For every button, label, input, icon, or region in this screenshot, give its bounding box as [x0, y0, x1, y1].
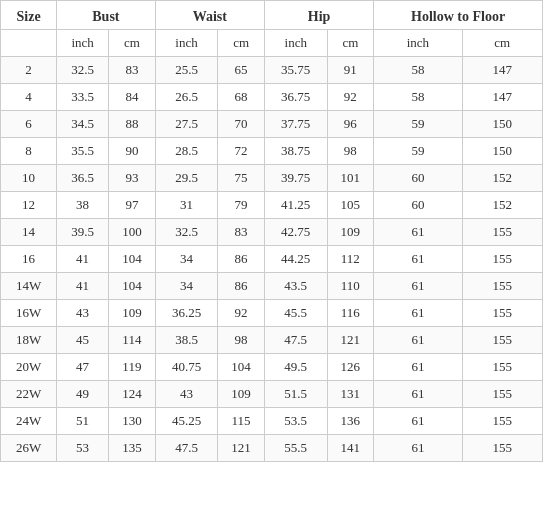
table-cell: 88 — [109, 111, 156, 138]
table-cell: 32.5 — [155, 219, 218, 246]
table-cell: 39.5 — [57, 219, 109, 246]
size-chart-container: Size Bust Waist Hip Hollow to Floor inch… — [0, 0, 543, 462]
table-cell: 150 — [462, 138, 542, 165]
table-cell: 45.25 — [155, 408, 218, 435]
table-cell: 124 — [109, 381, 156, 408]
table-cell: 55.5 — [264, 435, 327, 462]
table-cell: 92 — [327, 84, 374, 111]
table-cell: 86 — [218, 273, 265, 300]
table-cell: 6 — [1, 111, 57, 138]
subheader-bust-inch: inch — [57, 30, 109, 57]
table-cell: 61 — [374, 381, 462, 408]
table-cell: 34 — [155, 273, 218, 300]
table-cell: 47.5 — [264, 327, 327, 354]
table-cell: 18W — [1, 327, 57, 354]
table-row: 835.59028.57238.759859150 — [1, 138, 543, 165]
table-cell: 4 — [1, 84, 57, 111]
table-cell: 97 — [109, 192, 156, 219]
table-cell: 90 — [109, 138, 156, 165]
table-cell: 104 — [109, 273, 156, 300]
table-cell: 141 — [327, 435, 374, 462]
table-cell: 152 — [462, 165, 542, 192]
table-cell: 37.75 — [264, 111, 327, 138]
table-cell: 155 — [462, 273, 542, 300]
table-cell: 36.75 — [264, 84, 327, 111]
table-cell: 36.25 — [155, 300, 218, 327]
table-cell: 43 — [155, 381, 218, 408]
table-cell: 60 — [374, 165, 462, 192]
table-cell: 114 — [109, 327, 156, 354]
table-row: 26W5313547.512155.514161155 — [1, 435, 543, 462]
table-cell: 38.5 — [155, 327, 218, 354]
subheader-size — [1, 30, 57, 57]
size-chart-table: Size Bust Waist Hip Hollow to Floor inch… — [0, 0, 543, 462]
table-cell: 38 — [57, 192, 109, 219]
table-cell: 61 — [374, 435, 462, 462]
table-body: 232.58325.56535.759158147433.58426.56836… — [1, 57, 543, 462]
table-row: 634.58827.57037.759659150 — [1, 111, 543, 138]
table-cell: 109 — [327, 219, 374, 246]
table-cell: 26W — [1, 435, 57, 462]
table-row: 20W4711940.7510449.512661155 — [1, 354, 543, 381]
table-cell: 98 — [327, 138, 374, 165]
table-cell: 104 — [218, 354, 265, 381]
table-cell: 91 — [327, 57, 374, 84]
table-cell: 130 — [109, 408, 156, 435]
table-cell: 51 — [57, 408, 109, 435]
table-cell: 93 — [109, 165, 156, 192]
table-cell: 26.5 — [155, 84, 218, 111]
subheader-hip-inch: inch — [264, 30, 327, 57]
header-waist: Waist — [155, 1, 264, 30]
table-cell: 83 — [109, 57, 156, 84]
table-cell: 22W — [1, 381, 57, 408]
table-cell: 12 — [1, 192, 57, 219]
table-cell: 2 — [1, 57, 57, 84]
table-cell: 10 — [1, 165, 57, 192]
table-cell: 32.5 — [57, 57, 109, 84]
subheader-htf-cm: cm — [462, 30, 542, 57]
table-cell: 27.5 — [155, 111, 218, 138]
subheader-hip-cm: cm — [327, 30, 374, 57]
table-cell: 109 — [218, 381, 265, 408]
table-cell: 59 — [374, 111, 462, 138]
table-cell: 47.5 — [155, 435, 218, 462]
table-cell: 72 — [218, 138, 265, 165]
table-cell: 147 — [462, 84, 542, 111]
header-bust: Bust — [57, 1, 156, 30]
table-cell: 61 — [374, 219, 462, 246]
table-cell: 25.5 — [155, 57, 218, 84]
table-cell: 86 — [218, 246, 265, 273]
table-cell: 98 — [218, 327, 265, 354]
table-cell: 40.75 — [155, 354, 218, 381]
table-cell: 14 — [1, 219, 57, 246]
table-row: 1439.510032.58342.7510961155 — [1, 219, 543, 246]
table-cell: 136 — [327, 408, 374, 435]
table-cell: 47 — [57, 354, 109, 381]
table-cell: 152 — [462, 192, 542, 219]
table-cell: 155 — [462, 300, 542, 327]
table-row: 123897317941.2510560152 — [1, 192, 543, 219]
table-cell: 44.25 — [264, 246, 327, 273]
table-cell: 105 — [327, 192, 374, 219]
table-cell: 49.5 — [264, 354, 327, 381]
table-cell: 34.5 — [57, 111, 109, 138]
table-cell: 109 — [109, 300, 156, 327]
table-cell: 92 — [218, 300, 265, 327]
table-cell: 35.75 — [264, 57, 327, 84]
table-cell: 104 — [109, 246, 156, 273]
table-cell: 155 — [462, 327, 542, 354]
table-cell: 49 — [57, 381, 109, 408]
table-cell: 33.5 — [57, 84, 109, 111]
table-cell: 79 — [218, 192, 265, 219]
header-hip: Hip — [264, 1, 373, 30]
table-cell: 110 — [327, 273, 374, 300]
table-cell: 147 — [462, 57, 542, 84]
table-cell: 51.5 — [264, 381, 327, 408]
table-cell: 121 — [327, 327, 374, 354]
table-cell: 61 — [374, 273, 462, 300]
subheader-row: inch cm inch cm inch cm inch cm — [1, 30, 543, 57]
header-hollow-to-floor: Hollow to Floor — [374, 1, 543, 30]
table-cell: 116 — [327, 300, 374, 327]
table-cell: 41 — [57, 246, 109, 273]
table-cell: 29.5 — [155, 165, 218, 192]
